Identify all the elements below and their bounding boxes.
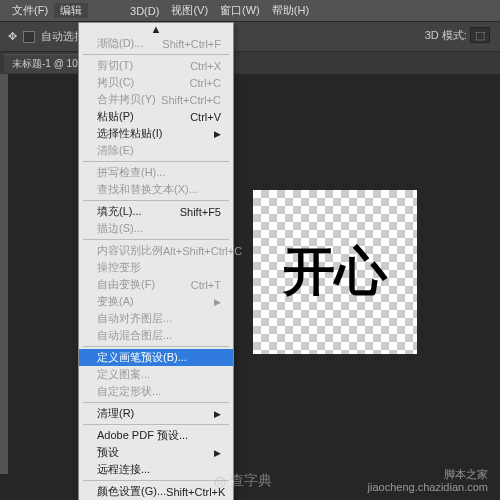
submenu-arrow-icon: ▶ <box>214 129 221 139</box>
submenu-arrow-icon: ▶ <box>214 448 221 458</box>
menu-item[interactable]: 帮助(H) <box>266 3 315 18</box>
menu-item-label: 预设 <box>97 445 119 460</box>
menu-item-label: 拼写检查(H)... <box>97 165 165 180</box>
menu-item: 清除(E) <box>79 142 233 159</box>
menu-separator <box>83 402 229 403</box>
logo-text: 查字典 <box>230 472 272 490</box>
watermark-logo: ◎ 查字典 <box>214 472 272 490</box>
menu-item: 操控变形 <box>79 259 233 276</box>
menu-item[interactable]: 文件(F) <box>6 3 54 18</box>
menu-item-label: 渐隐(D)... <box>97 36 143 51</box>
submenu-arrow-icon: ▶ <box>214 297 221 307</box>
watermark-line1: 脚本之家 <box>368 468 488 481</box>
menu-item-label: 定义画笔预设(B)... <box>97 350 187 365</box>
submenu-arrow-icon: ▶ <box>214 409 221 419</box>
menu-item[interactable]: 清理(R)▶ <box>79 405 233 422</box>
menu-item[interactable]: 远程连接... <box>79 461 233 478</box>
menu-item: 合并拷贝(Y)Shift+Ctrl+C <box>79 91 233 108</box>
menu-item[interactable]: 编辑 <box>54 3 88 18</box>
menu-item: 内容识别比例Alt+Shift+Ctrl+C <box>79 242 233 259</box>
menu-item: 剪切(T)Ctrl+X <box>79 57 233 74</box>
watermark-line2: jiaocheng.chazidian.com <box>368 481 488 494</box>
menu-item[interactable]: 填充(L)...Shift+F5 <box>79 203 233 220</box>
menu-item: 拷贝(C)Ctrl+C <box>79 74 233 91</box>
move-tool-icon[interactable]: ✥ <box>8 30 17 43</box>
menu-item-label: ▲ <box>151 23 162 35</box>
menu-item-label: 剪切(T) <box>97 58 133 73</box>
menu-shortcut: Alt+Shift+Ctrl+C <box>163 245 242 257</box>
menu-item: 查找和替换文本(X)... <box>79 181 233 198</box>
menu-item[interactable]: 颜色设置(G)...Shift+Ctrl+K <box>79 483 233 500</box>
menu-item: 自定定形状... <box>79 383 233 400</box>
menu-separator <box>83 161 229 162</box>
menu-item-label: 描边(S)... <box>97 221 143 236</box>
document-tabbar: 未标题-1 @ 100% , RGB/8) * × <box>0 52 500 74</box>
menu-item-define-brush-preset[interactable]: 定义画笔预设(B)... <box>79 349 233 366</box>
menu-item: 渐隐(D)...Shift+Ctrl+F <box>79 35 233 52</box>
menu-shortcut: Ctrl+C <box>190 77 221 89</box>
menu-item-label: 变换(A) <box>97 294 134 309</box>
menu-item-label: 颜色设置(G)... <box>97 484 166 499</box>
mode3d-icon[interactable]: ⬚ <box>470 27 490 43</box>
menu-item-label: 选择性粘贴(I) <box>97 126 162 141</box>
menu-item-label: 定义图案... <box>97 367 150 382</box>
menu-item-label: 自动对齐图层... <box>97 311 172 326</box>
menu-shortcut: Shift+Ctrl+F <box>162 38 221 50</box>
menu-item: 描边(S)... <box>79 220 233 237</box>
menu-item-label: 合并拷贝(Y) <box>97 92 156 107</box>
menu-item: 定义图案... <box>79 366 233 383</box>
menu-item-label: 远程连接... <box>97 462 150 477</box>
document-text-layer: 开心 <box>253 190 417 354</box>
auto-select-checkbox[interactable] <box>23 31 35 43</box>
menu-item: 变换(A)▶ <box>79 293 233 310</box>
menu-shortcut: Ctrl+V <box>190 111 221 123</box>
menu-item[interactable]: 视图(V) <box>165 3 214 18</box>
menu-item[interactable]: 窗口(W) <box>214 3 266 18</box>
menu-item-label: 清理(R) <box>97 406 134 421</box>
menu-item[interactable]: 粘贴(P)Ctrl+V <box>79 108 233 125</box>
menu-shortcut: Ctrl+X <box>190 60 221 72</box>
menu-item-label: 拷贝(C) <box>97 75 134 90</box>
menu-item[interactable]: 预设▶ <box>79 444 233 461</box>
left-tool-strip <box>0 74 8 474</box>
edit-menu-dropdown: ▲渐隐(D)...Shift+Ctrl+F剪切(T)Ctrl+X拷贝(C)Ctr… <box>78 22 234 500</box>
menu-item-label: 自定定形状... <box>97 384 161 399</box>
menu-separator <box>83 480 229 481</box>
menu-item[interactable]: Adobe PDF 预设... <box>79 427 233 444</box>
menu-separator <box>83 239 229 240</box>
menu-item: 拼写检查(H)... <box>79 164 233 181</box>
menu-item[interactable]: 选择性粘贴(I)▶ <box>79 125 233 142</box>
menu-item: 自动对齐图层... <box>79 310 233 327</box>
menu-separator <box>83 54 229 55</box>
menu-item-label: 自动混合图层... <box>97 328 172 343</box>
menu-item-label: 内容识别比例 <box>97 243 163 258</box>
menu-item[interactable]: ▲ <box>79 23 233 35</box>
menu-shortcut: Ctrl+T <box>191 279 221 291</box>
menu-separator <box>83 346 229 347</box>
watermark-text: 脚本之家 jiaocheng.chazidian.com <box>368 468 488 494</box>
menu-separator <box>83 424 229 425</box>
canvas-area: 开心 <box>0 74 500 500</box>
menu-item-label: 操控变形 <box>97 260 141 275</box>
menu-item-label: 填充(L)... <box>97 204 142 219</box>
mode3d-label: 3D 模式: <box>425 29 467 41</box>
menu-separator <box>83 200 229 201</box>
menu-item[interactable]: 3D(D) <box>124 5 165 17</box>
menu-item-label: 粘贴(P) <box>97 109 134 124</box>
menu-item-label: 清除(E) <box>97 143 134 158</box>
menu-shortcut: Shift+F5 <box>180 206 221 218</box>
menu-item: 自动混合图层... <box>79 327 233 344</box>
menu-shortcut: Shift+Ctrl+C <box>161 94 221 106</box>
menu-item-label: 自由变换(F) <box>97 277 155 292</box>
menu-item-label: 查找和替换文本(X)... <box>97 182 198 197</box>
logo-icon: ◎ <box>214 473 226 489</box>
menu-item: 自由变换(F)Ctrl+T <box>79 276 233 293</box>
menu-item-label: Adobe PDF 预设... <box>97 428 188 443</box>
main-menubar: 文件(F)编辑3D(D)视图(V)窗口(W)帮助(H) <box>0 0 500 22</box>
document-canvas[interactable]: 开心 <box>253 190 417 354</box>
